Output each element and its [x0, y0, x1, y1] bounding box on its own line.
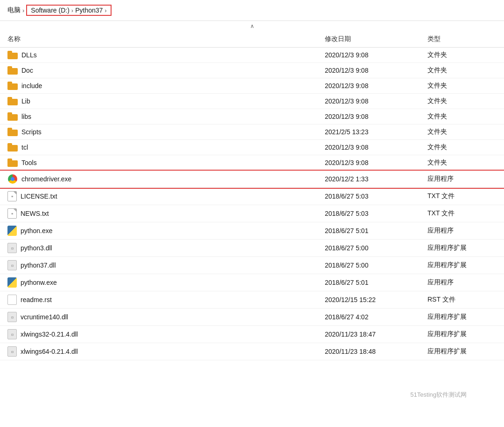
file-date-cell: 2020/12/3 9:08 [317, 48, 420, 63]
file-type-cell: 应用程序扩展 [420, 343, 504, 360]
folder-icon [7, 143, 18, 152]
table-row[interactable]: Lib2020/12/3 9:08文件夹 [0, 94, 504, 109]
table-row[interactable]: ⊡python37.dll2018/6/27 5:00应用程序扩展 [0, 257, 504, 274]
folder-icon [7, 128, 18, 136]
file-name-label: Scripts [21, 128, 42, 136]
file-name-label: python.exe [21, 227, 53, 234]
file-list-table: 名称 修改日期 类型 DLLs2020/12/3 9:08文件夹Doc2020/… [0, 31, 504, 360]
file-date-cell: 2021/2/5 13:23 [317, 124, 420, 140]
file-name-label: DLLs [21, 51, 37, 59]
file-date-cell: 2020/11/23 18:48 [317, 343, 420, 360]
file-name-cell: DLLs [0, 48, 317, 63]
file-type-cell: 文件夹 [420, 48, 504, 63]
table-row[interactable]: ⊡xlwings64-0.21.4.dll2020/11/23 18:48应用程… [0, 343, 504, 360]
file-type-cell: 文件夹 [420, 109, 504, 124]
file-date-cell: 2020/12/3 9:08 [317, 78, 420, 94]
breadcrumb-drive: Software (D:) [31, 7, 69, 14]
table-row[interactable]: ⊡xlwings32-0.21.4.dll2020/11/23 18:47应用程… [0, 326, 504, 343]
file-name-cell: ⊡xlwings32-0.21.4.dll [0, 326, 317, 343]
col-header-type[interactable]: 类型 [420, 31, 504, 48]
file-name-label: Lib [21, 97, 30, 105]
breadcrumb-path[interactable]: Software (D:) › Python37 › [26, 5, 111, 16]
folder-icon [7, 66, 18, 75]
table-row[interactable]: ≡NEWS.txt2018/6/27 5:03TXT 文件 [0, 205, 504, 222]
table-row[interactable]: pythonw.exe2018/6/27 5:01应用程序 [0, 274, 504, 291]
file-name-label: Tools [21, 159, 37, 166]
table-row[interactable]: ≡LICENSE.txt2018/6/27 5:03TXT 文件 [0, 188, 504, 205]
file-name-cell: Tools [0, 155, 317, 171]
file-date-cell: 2018/6/27 5:03 [317, 188, 420, 205]
file-name-cell: ≡LICENSE.txt [0, 188, 317, 205]
file-date-cell: 2020/12/3 9:08 [317, 94, 420, 109]
txt-icon: ≡ [7, 208, 17, 219]
file-name-label: xlwings32-0.21.4.dll [21, 331, 78, 338]
file-name-cell: ⊡vcruntime140.dll [0, 309, 317, 326]
generic-file-icon [7, 295, 17, 305]
table-header-row: 名称 修改日期 类型 [0, 31, 504, 48]
file-type-cell: 文件夹 [420, 155, 504, 171]
folder-icon [7, 158, 18, 167]
file-name-cell: pythonw.exe [0, 274, 317, 291]
folder-icon [7, 97, 18, 105]
file-name-label: python37.dll [21, 262, 56, 269]
dll-icon: ⊡ [7, 329, 17, 339]
folder-icon [7, 51, 18, 59]
dll-icon: ⊡ [7, 346, 17, 357]
file-name-cell: readme.rst [0, 291, 317, 309]
breadcrumb-sep3: › [105, 7, 106, 14]
file-name-cell: libs [0, 109, 317, 124]
file-type-cell: 文件夹 [420, 63, 504, 78]
col-header-date[interactable]: 修改日期 [317, 31, 420, 48]
file-name-label: libs [21, 113, 31, 120]
folder-icon [7, 112, 18, 121]
file-name-label: readme.rst [21, 296, 52, 303]
table-row[interactable]: python.exe2018/6/27 5:01应用程序 [0, 222, 504, 240]
table-row[interactable]: include2020/12/3 9:08文件夹 [0, 78, 504, 94]
file-name-label: pythonw.exe [21, 279, 57, 286]
table-row[interactable]: readme.rst2020/12/15 15:22RST 文件 [0, 291, 504, 309]
watermark-text: 51Testing软件测试网 [410, 391, 467, 399]
file-type-cell: 应用程序 [420, 222, 504, 240]
file-type-cell: TXT 文件 [420, 205, 504, 222]
table-row[interactable]: libs2020/12/3 9:08文件夹 [0, 109, 504, 124]
sort-arrow-indicator: ∧ [0, 21, 504, 31]
breadcrumb-folder: Python37 [75, 7, 103, 14]
file-type-cell: 文件夹 [420, 140, 504, 155]
dll-icon: ⊡ [7, 243, 17, 253]
file-name-label: include [21, 82, 42, 90]
file-type-cell: RST 文件 [420, 291, 504, 309]
table-row[interactable]: Scripts2021/2/5 13:23文件夹 [0, 124, 504, 140]
breadcrumb-root[interactable]: 电脑 [7, 6, 21, 14]
file-date-cell: 2020/12/3 9:08 [317, 109, 420, 124]
dll-icon: ⊡ [7, 312, 17, 322]
file-date-cell: 2020/12/2 1:33 [317, 171, 420, 188]
dll-icon: ⊡ [7, 260, 17, 270]
table-row[interactable]: DLLs2020/12/3 9:08文件夹 [0, 48, 504, 63]
file-date-cell: 2018/6/27 5:03 [317, 205, 420, 222]
file-date-cell: 2020/12/3 9:08 [317, 140, 420, 155]
table-row[interactable]: Tools2020/12/3 9:08文件夹 [0, 155, 504, 171]
file-date-cell: 2020/12/15 15:22 [317, 291, 420, 309]
table-row[interactable]: ⊡python3.dll2018/6/27 5:00应用程序扩展 [0, 240, 504, 257]
folder-icon [7, 82, 18, 90]
file-name-cell: tcl [0, 140, 317, 155]
col-header-name[interactable]: 名称 [0, 31, 317, 48]
file-type-cell: 应用程序扩展 [420, 257, 504, 274]
file-name-cell: Doc [0, 63, 317, 78]
file-date-cell: 2020/12/3 9:08 [317, 63, 420, 78]
table-row[interactable]: Doc2020/12/3 9:08文件夹 [0, 63, 504, 78]
table-row[interactable]: chromedriver.exe2020/12/2 1:33应用程序 [0, 171, 504, 188]
python-exe-icon [7, 277, 17, 288]
file-name-label: chromedriver.exe [21, 175, 71, 183]
file-name-label: LICENSE.txt [21, 193, 57, 200]
txt-icon: ≡ [7, 191, 17, 201]
table-row[interactable]: tcl2020/12/3 9:08文件夹 [0, 140, 504, 155]
file-date-cell: 2018/6/27 4:02 [317, 309, 420, 326]
breadcrumb-sep1: › [22, 7, 24, 14]
chrome-exe-icon [7, 174, 18, 184]
file-name-cell: ≡NEWS.txt [0, 205, 317, 222]
table-row[interactable]: ⊡vcruntime140.dll2018/6/27 4:02应用程序扩展 [0, 309, 504, 326]
breadcrumb: 电脑 › Software (D:) › Python37 › [0, 0, 504, 21]
file-name-label: xlwings64-0.21.4.dll [21, 348, 78, 355]
file-date-cell: 2020/11/23 18:47 [317, 326, 420, 343]
